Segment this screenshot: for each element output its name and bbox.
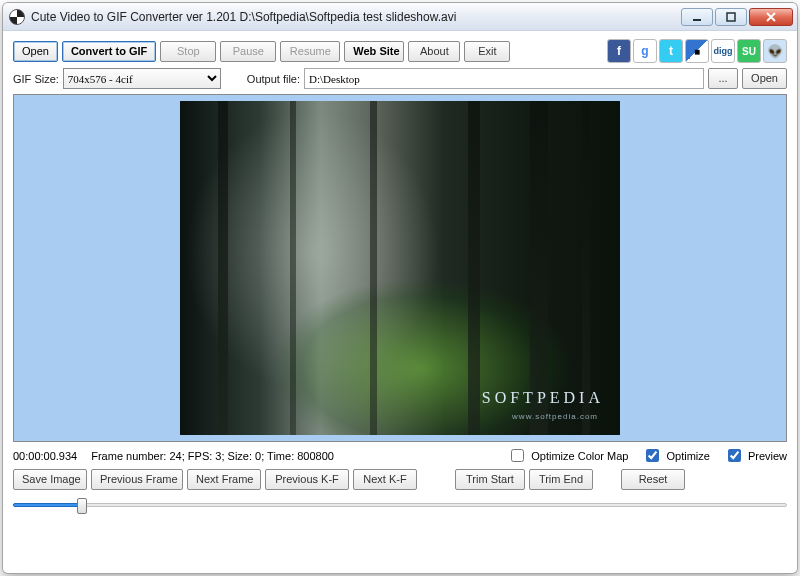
slider-fill (13, 503, 83, 507)
social-links: f g t ■ digg SU 👽 (607, 39, 787, 63)
digg-icon[interactable]: digg (711, 39, 735, 63)
maximize-button[interactable] (715, 8, 747, 26)
optimize-checkbox[interactable]: Optimize (642, 446, 709, 465)
window-title: Cute Video to GIF Converter ver 1.201 D:… (31, 10, 456, 24)
output-file-input[interactable] (304, 68, 704, 89)
svg-rect-0 (693, 19, 701, 21)
watermark-text: SOFTPEDIA (482, 389, 604, 407)
trim-end-button[interactable]: Trim End (529, 469, 593, 490)
seek-slider[interactable] (13, 495, 787, 517)
previous-keyframe-button[interactable]: Previous K-F (265, 469, 349, 490)
reddit-icon[interactable]: 👽 (763, 39, 787, 63)
website-button[interactable]: Web Site (344, 41, 404, 62)
preview-checkbox[interactable]: Preview (724, 446, 787, 465)
convert-button[interactable]: Convert to GIF (62, 41, 156, 62)
next-keyframe-button[interactable]: Next K-F (353, 469, 417, 490)
app-icon (9, 9, 25, 25)
time-display: 00:00:00.934 (13, 450, 77, 462)
gif-size-select[interactable]: 704x576 - 4cif (63, 68, 221, 89)
titlebar: Cute Video to GIF Converter ver 1.201 D:… (3, 3, 797, 31)
stumbleupon-icon[interactable]: SU (737, 39, 761, 63)
minimize-button[interactable] (681, 8, 713, 26)
exit-button[interactable]: Exit (464, 41, 510, 62)
open-output-button[interactable]: Open (742, 68, 787, 89)
save-image-button[interactable]: Save Image (13, 469, 87, 490)
gif-size-label: GIF Size: (13, 73, 59, 85)
close-button[interactable] (749, 8, 793, 26)
watermark-sub: www.softpedia.com (512, 412, 598, 421)
google-icon[interactable]: g (633, 39, 657, 63)
about-button[interactable]: About (408, 41, 460, 62)
delicious-icon[interactable]: ■ (685, 39, 709, 63)
stop-button[interactable]: Stop (160, 41, 216, 62)
svg-rect-1 (727, 13, 735, 21)
open-button[interactable]: Open (13, 41, 58, 62)
next-frame-button[interactable]: Next Frame (187, 469, 261, 490)
resume-button[interactable]: Resume (280, 41, 340, 62)
trim-start-button[interactable]: Trim Start (455, 469, 525, 490)
optimize-colormap-checkbox[interactable]: Optimize Color Map (507, 446, 628, 465)
twitter-icon[interactable]: t (659, 39, 683, 63)
pause-button[interactable]: Pause (220, 41, 276, 62)
previous-frame-button[interactable]: Previous Frame (91, 469, 183, 490)
frame-info: Frame number: 24; FPS: 3; Size: 0; Time:… (91, 450, 334, 462)
slider-track (13, 503, 787, 507)
facebook-icon[interactable]: f (607, 39, 631, 63)
output-file-label: Output file: (247, 73, 300, 85)
reset-button[interactable]: Reset (621, 469, 685, 490)
video-frame: SOFTPEDIA www.softpedia.com (180, 101, 620, 435)
preview-panel: SOFTPEDIA www.softpedia.com (13, 94, 787, 442)
slider-thumb[interactable] (77, 498, 87, 514)
browse-button[interactable]: ... (708, 68, 738, 89)
